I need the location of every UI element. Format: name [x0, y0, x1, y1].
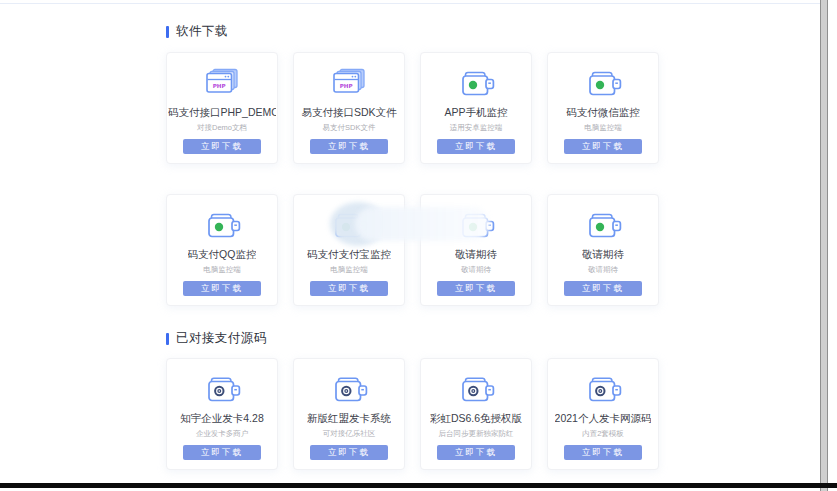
download-button[interactable]: 立即下载 [310, 445, 388, 460]
card-title: APP手机监控 [444, 106, 507, 119]
download-card: 码支付QQ监控 电脑监控端 立即下载 [166, 194, 278, 306]
section-marker-icon [166, 333, 169, 345]
download-button[interactable]: 立即下载 [437, 281, 515, 296]
download-card: 知宇企业发卡4.28 企业发卡多商户 立即下载 [166, 358, 278, 470]
svg-text:PHP: PHP [213, 83, 226, 89]
download-button[interactable]: 立即下载 [437, 139, 515, 154]
download-card: 新版红盟发卡系统 可对接亿乐社区 立即下载 [293, 358, 405, 470]
card-title: 码支付微信监控 [566, 106, 640, 119]
download-button[interactable]: 立即下载 [310, 139, 388, 154]
download-button[interactable]: 立即下载 [437, 445, 515, 460]
card-subtitle: 电脑监控端 [203, 265, 241, 274]
card-subtitle: 易支付SDK文件 [323, 123, 376, 132]
card-title: 敬请期待 [582, 248, 624, 261]
download-button[interactable]: 立即下载 [183, 445, 261, 460]
download-card: PHP 易支付接口SDK文件 易支付SDK文件 立即下载 [293, 52, 405, 164]
php-windows-icon: PHP [329, 68, 369, 98]
card-subtitle: 敬请期待 [588, 265, 618, 274]
card-title: 码支付支付宝监控 [307, 248, 391, 261]
download-button[interactable]: 立即下载 [183, 139, 261, 154]
download-button[interactable]: 立即下载 [564, 281, 642, 296]
card-subtitle: 电脑监控端 [584, 123, 622, 132]
wallet-green-icon [584, 210, 622, 240]
card-subtitle: 企业发卡多商户 [196, 429, 249, 438]
download-card: APP手机监控 适用安卓监控端 立即下载 [420, 52, 532, 164]
section: 已对接支付源码 知宇企业发卡4.28 企业发卡多商户 立即下载 新版红盟发卡系统… [166, 331, 659, 470]
wallet-coin-icon [584, 374, 622, 404]
download-card: 2021个人发卡网源码 内置2套模板 立即下载 [547, 358, 659, 470]
bottom-bar [0, 483, 837, 488]
card-title: 新版红盟发卡系统 [307, 412, 391, 425]
card-title: 知宇企业发卡4.28 [180, 412, 263, 425]
download-card: 码支付微信监控 电脑监控端 立即下载 [547, 52, 659, 164]
scrollbar[interactable] [820, 0, 828, 491]
card-title: 敬请期待 [455, 248, 497, 261]
card-subtitle: 对接Demo文档 [197, 123, 247, 132]
wallet-coin-icon [203, 374, 241, 404]
card-grid: PHP 码支付接口PHP_DEMO 对接Demo文档 立即下载 PHP 易支付接… [166, 52, 659, 306]
card-subtitle: 适用安卓监控端 [450, 123, 503, 132]
wallet-coin-icon [457, 374, 495, 404]
section-title: 已对接支付源码 [166, 331, 659, 346]
php-windows-icon: PHP [202, 68, 242, 98]
censor-blur-blob [355, 207, 490, 241]
download-card: 敬请期待 敬请期待 立即下载 [547, 194, 659, 306]
card-title: 码支付QQ监控 [188, 248, 257, 261]
wallet-coin-icon [330, 374, 368, 404]
download-button[interactable]: 立即下载 [183, 281, 261, 296]
section-title-text: 软件下载 [176, 23, 228, 40]
card-subtitle: 可对接亿乐社区 [323, 429, 376, 438]
download-card: PHP 码支付接口PHP_DEMO 对接Demo文档 立即下载 [166, 52, 278, 164]
card-subtitle: 后台同步更新独家防红 [439, 429, 514, 438]
wallet-green-icon [457, 68, 495, 98]
section-title-text: 已对接支付源码 [176, 330, 267, 347]
download-button[interactable]: 立即下载 [564, 139, 642, 154]
card-subtitle: 电脑监控端 [330, 265, 368, 274]
section-marker-icon [166, 26, 169, 38]
download-button[interactable]: 立即下载 [310, 281, 388, 296]
card-grid: 知宇企业发卡4.28 企业发卡多商户 立即下载 新版红盟发卡系统 可对接亿乐社区… [166, 358, 659, 470]
card-title: 易支付接口SDK文件 [301, 106, 396, 119]
card-title: 码支付接口PHP_DEMO [168, 106, 276, 119]
card-title: 2021个人发卡网源码 [555, 412, 652, 425]
download-button[interactable]: 立即下载 [564, 445, 642, 460]
card-subtitle: 内置2套模板 [582, 429, 624, 438]
wallet-green-icon [584, 68, 622, 98]
section: 软件下载 PHP 码支付接口PHP_DEMO 对接Demo文档 立即下载 PHP… [166, 24, 659, 306]
download-card: 彩虹DS6.6免授权版 后台同步更新独家防红 立即下载 [420, 358, 532, 470]
svg-text:PHP: PHP [340, 83, 353, 89]
section-title: 软件下载 [166, 24, 659, 39]
card-subtitle: 敬请期待 [461, 265, 491, 274]
wallet-green-icon [203, 210, 241, 240]
card-title: 彩虹DS6.6免授权版 [430, 412, 522, 425]
